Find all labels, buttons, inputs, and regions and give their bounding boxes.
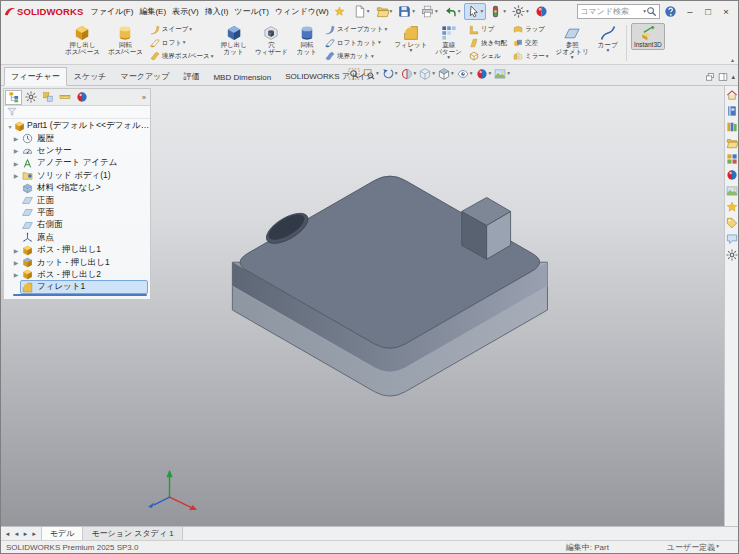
new-button[interactable]: ▾ (350, 3, 373, 20)
dropdown-caret-icon[interactable]: ▾ (447, 55, 450, 60)
star-icon[interactable] (334, 6, 345, 17)
undo-button[interactable]: ▾ (441, 3, 464, 20)
dropdown-caret-icon[interactable]: ▾ (571, 55, 574, 60)
ribbon-wrap-button[interactable]: ラップ (511, 23, 551, 36)
menu-item-0[interactable]: ファイル(F) (87, 3, 136, 20)
hide-show-button[interactable]: ▾ (456, 67, 474, 81)
panel-displaymanager-tab[interactable] (73, 90, 90, 105)
dropdown-caret-icon[interactable]: ▾ (481, 9, 484, 15)
resources-tab[interactable] (726, 105, 738, 117)
collapse-ribbon-icon[interactable]: ▴ (731, 56, 734, 63)
ribbon-hole-wizard-button[interactable]: 穴ウィザード (252, 23, 291, 57)
decals-tab[interactable] (726, 201, 738, 213)
expand-arrow-icon[interactable]: ▶ (12, 271, 20, 278)
view-palette-tab[interactable] (726, 153, 738, 165)
tree-item-origin[interactable]: 原点 (4, 232, 150, 244)
dropdown-caret-icon[interactable]: ▾ (507, 71, 510, 77)
panel-flyout-chevron-icon[interactable]: » (142, 94, 149, 101)
dropdown-caret-icon[interactable]: ▾ (183, 40, 186, 46)
scene-button[interactable]: ▾ (493, 67, 511, 81)
tree-item-content[interactable]: フィレット1 (20, 280, 148, 294)
panel-dimxpert-tab[interactable] (56, 90, 73, 105)
restore-button[interactable] (705, 68, 715, 86)
appearance-button[interactable] (532, 3, 551, 20)
sheet-nav-arrow-0[interactable]: ◄ (3, 531, 12, 537)
window-minimize-button[interactable]: – (681, 4, 699, 19)
dropdown-caret-icon[interactable]: ▾ (526, 9, 529, 15)
sheet-nav-arrow-1[interactable]: ◄ (12, 531, 21, 537)
units-dropdown-caret-icon[interactable]: ▾ (716, 544, 719, 550)
ribbon-extrude-cut-button[interactable]: 押し出しカット (218, 23, 250, 57)
open-button[interactable]: ▾ (373, 3, 396, 20)
settings-tab[interactable] (726, 249, 738, 261)
previous-view-button[interactable]: ▾ (381, 67, 399, 81)
scenes-tab[interactable] (726, 185, 738, 197)
tree-item-boss-extrude[interactable]: ▶ボス - 押し出し2 (4, 269, 150, 281)
expand-arrow-icon[interactable]: ▾ (6, 123, 14, 130)
expand-arrow-icon[interactable]: ▶ (12, 135, 20, 142)
menu-item-1[interactable]: 編集(E) (136, 3, 169, 20)
ribbon-sweep-cut-button[interactable]: スイープカット▾ (323, 23, 389, 36)
print-button[interactable]: ▾ (418, 3, 441, 20)
ribbon-boundary-cut-button[interactable]: 境界カット▾ (323, 50, 389, 63)
dropdown-caret-icon[interactable]: ▾ (414, 71, 417, 77)
dropdown-caret-icon[interactable]: ▾ (435, 9, 438, 15)
tree-item-solid-bodies[interactable]: ▶ソリッド ボディ(1) (4, 170, 150, 182)
ribbon-extrude-boss-button[interactable]: 押し出しボス/ベース (62, 23, 103, 57)
file-explorer-tab[interactable] (726, 137, 738, 149)
rollback-bar[interactable] (13, 294, 147, 296)
dropdown-caret-icon[interactable]: ▾ (458, 9, 461, 15)
tree-item-sensors[interactable]: ▶センサー (4, 145, 150, 157)
ribbon-loft-button[interactable]: ロフト▾ (148, 36, 216, 49)
search-input[interactable] (580, 7, 642, 16)
sheet-nav-arrow-2[interactable]: ► (21, 531, 30, 537)
menu-item-2[interactable]: 表示(V) (169, 3, 202, 20)
tree-item-cut-extrude[interactable]: ▶カット - 押し出し1 (4, 256, 150, 268)
options-button[interactable]: ▾ (509, 3, 532, 20)
expand-arrow-icon[interactable]: ▶ (12, 160, 20, 167)
zoom-fit-button[interactable] (347, 67, 361, 81)
properties-tab[interactable] (726, 217, 738, 229)
sheet-tab-motion-study-1[interactable]: モーション スタディ 1 (83, 527, 182, 540)
ribbon-ref-geometry-button[interactable]: 参照ジオメトリ▾ (553, 23, 592, 62)
ribbon-boundary-button[interactable]: 境界ボス/ベース▾ (148, 50, 216, 63)
appearances-tab[interactable] (726, 169, 738, 181)
tab-features[interactable]: フィーチャー (4, 67, 67, 86)
view-orientation-button[interactable]: ▾ (418, 67, 436, 81)
dropdown-caret-icon[interactable]: ▾ (384, 27, 387, 33)
tree-item-plane[interactable]: 右側面 (4, 219, 150, 231)
home-tab[interactable] (726, 89, 738, 101)
dropdown-caret-icon[interactable]: ▾ (371, 54, 374, 60)
dropdown-caret-icon[interactable]: ▾ (412, 9, 415, 15)
tree-item-plane[interactable]: 平面 (4, 207, 150, 219)
appearance-ball-button[interactable]: ▾ (475, 67, 493, 81)
tree-item-annotations[interactable]: ▶アノテート アイテム (4, 157, 150, 169)
ribbon-fillet-button[interactable]: フィレット▾ (391, 23, 430, 55)
ribbon-revolve-boss-button[interactable]: 回転ボス/ベース (105, 23, 146, 57)
expand-arrow-icon[interactable]: ▶ (12, 247, 20, 254)
expand-arrow-icon[interactable]: ▶ (12, 172, 20, 179)
ribbon-rib-button[interactable]: リブ (467, 23, 509, 36)
dropdown-caret-icon[interactable]: ▾ (546, 54, 549, 60)
tree-item-boss-extrude[interactable]: ▶ボス - 押し出し1 (4, 244, 150, 256)
dropdown-caret-icon[interactable]: ▾ (189, 27, 192, 33)
tab-sketch[interactable]: スケッチ (67, 67, 114, 86)
expand-arrow-icon[interactable]: ▶ (12, 147, 20, 154)
dropdown-caret-icon[interactable]: ▾ (432, 71, 435, 77)
dropdown-caret-icon[interactable]: ▾ (503, 9, 506, 15)
ribbon-linear-pattern-button[interactable]: 直線パターン▾ (432, 23, 464, 62)
save-button[interactable]: ▾ (395, 3, 418, 20)
select-button[interactable]: ▾ (464, 3, 487, 20)
dropdown-caret-icon[interactable]: ▾ (470, 71, 473, 77)
dropdown-caret-icon[interactable]: ▾ (367, 9, 370, 15)
dropdown-caret-icon[interactable]: ▾ (606, 48, 609, 53)
ribbon-loft-cut-button[interactable]: ロフトカット▾ (323, 36, 389, 49)
magnifier-icon[interactable] (646, 6, 657, 17)
menu-item-3[interactable]: 挿入(I) (202, 3, 232, 20)
menu-item-5[interactable]: ウィンドウ(W) (272, 3, 332, 20)
ribbon-intersect-button[interactable]: 交差 (511, 36, 551, 49)
panel-featuremanager-tab[interactable] (5, 90, 22, 105)
sheet-nav-arrow-3[interactable]: ► (30, 531, 39, 537)
section-view-button[interactable]: ▾ (400, 67, 418, 81)
tab-markup[interactable]: マークアップ (114, 67, 177, 86)
